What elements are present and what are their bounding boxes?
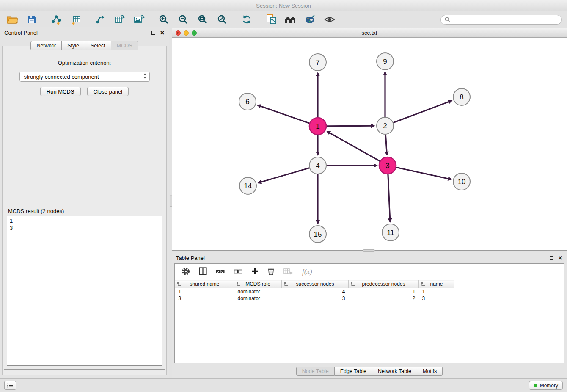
table-cell[interactable]: 3: [175, 295, 234, 302]
task-history-button[interactable]: [4, 381, 16, 390]
graph-edge-3-10[interactable]: [396, 167, 451, 179]
mcds-result-label: MCDS result (2 nodes): [7, 208, 65, 214]
search-field[interactable]: [440, 15, 562, 25]
graph-node-10[interactable]: 10: [453, 173, 470, 190]
graph-node-9[interactable]: 9: [377, 53, 394, 70]
optimization-criterion-dropdown[interactable]: strongly connected component: [19, 72, 150, 82]
graph-node-7[interactable]: 7: [309, 54, 326, 71]
add-row-button[interactable]: [251, 268, 259, 276]
maximize-window-icon[interactable]: +: [192, 30, 197, 36]
destroy-table-button[interactable]: [284, 268, 293, 276]
export-table-button[interactable]: [113, 13, 127, 26]
table-row[interactable]: 3dominator323: [175, 295, 454, 302]
search-input[interactable]: [452, 17, 558, 22]
import-network-button[interactable]: [49, 13, 63, 26]
tab-style[interactable]: Style: [62, 41, 85, 50]
close-panel-icon[interactable]: ✕: [160, 30, 165, 36]
close-panel-button[interactable]: Close panel: [87, 87, 129, 96]
graph-edge-3-1[interactable]: [327, 131, 380, 161]
open-file-button[interactable]: [5, 13, 19, 26]
graph-node-3[interactable]: 3: [379, 157, 396, 174]
network-window-titlebar[interactable]: ✕ − + scc.txt: [172, 28, 567, 38]
zoom-in-button[interactable]: [157, 13, 171, 26]
deselect-all-icon: [234, 268, 242, 274]
refresh-view-button[interactable]: [239, 13, 254, 26]
table-tab-motifs[interactable]: Motifs: [417, 367, 443, 376]
table-settings-button[interactable]: [182, 267, 190, 277]
memory-button[interactable]: Memory: [529, 381, 563, 390]
tab-network[interactable]: Network: [30, 41, 62, 50]
export-image-button[interactable]: [132, 13, 146, 26]
table-tab-network-table[interactable]: Network Table: [372, 367, 417, 376]
delete-rows-button[interactable]: [267, 267, 275, 276]
svg-text:15: 15: [314, 230, 322, 238]
graph-edge-4-14[interactable]: [258, 168, 310, 183]
node-table-pane: f(x) shared nameMCDS rolesuccessor nodes…: [174, 263, 564, 363]
table-cell[interactable]: 1: [349, 288, 419, 295]
table-tab-node-table[interactable]: Node Table: [296, 367, 335, 376]
table-cell[interactable]: dominator: [234, 288, 282, 295]
zoom-out-button[interactable]: [176, 13, 190, 26]
mcds-result-list[interactable]: 13: [7, 216, 162, 366]
graph-node-6[interactable]: 6: [239, 93, 256, 110]
close-window-icon[interactable]: ✕: [176, 30, 181, 36]
graph-edge-2-3[interactable]: [385, 134, 387, 155]
eye-icon: [324, 15, 335, 24]
result-line: 1: [10, 217, 159, 224]
table-cell[interactable]: 1: [175, 288, 234, 295]
run-mcds-button[interactable]: Run MCDS: [40, 87, 81, 96]
graph-node-4[interactable]: 4: [309, 157, 326, 174]
graph-node-14[interactable]: 14: [239, 177, 256, 194]
float-table-panel-icon[interactable]: [550, 256, 553, 260]
table-tab-edge-table[interactable]: Edge Table: [335, 367, 372, 376]
select-all-icon: [216, 268, 225, 274]
create-network-view-button[interactable]: [264, 13, 278, 26]
column-header-name[interactable]: name: [419, 280, 454, 288]
show-hide-graphics-button[interactable]: [322, 13, 337, 26]
network-graph-canvas[interactable]: 7968124314101511: [172, 38, 567, 250]
graph-edge-2-8[interactable]: [393, 101, 452, 123]
export-network-button[interactable]: [93, 13, 107, 26]
graph-node-1[interactable]: 1: [309, 118, 326, 135]
graph-node-2[interactable]: 2: [377, 117, 394, 134]
graph-edge-3-11[interactable]: [388, 174, 390, 222]
show-columns-button[interactable]: [199, 267, 207, 276]
graph-node-11[interactable]: 11: [382, 224, 399, 241]
table-cell[interactable]: 3: [282, 295, 349, 302]
select-all-rows-button[interactable]: [216, 268, 225, 276]
deselect-all-rows-button[interactable]: [234, 268, 242, 276]
tab-mcds[interactable]: MCDS: [111, 41, 138, 50]
tab-select[interactable]: Select: [85, 41, 111, 50]
import-network-icon: [51, 14, 61, 25]
table-cell[interactable]: 3: [419, 295, 454, 302]
graph-node-8[interactable]: 8: [453, 88, 470, 105]
table-cell[interactable]: 4: [282, 288, 349, 295]
window-titlebar: Session: New Session: [0, 0, 567, 11]
column-header-shared-name[interactable]: shared name: [175, 280, 234, 288]
minimize-window-icon[interactable]: −: [184, 30, 189, 36]
mcds-panel: Optimization criterion: strongly connect…: [2, 46, 167, 375]
zoom-selected-button[interactable]: [215, 13, 229, 26]
table-row[interactable]: 1dominator411: [175, 288, 454, 295]
graph-node-15[interactable]: 15: [309, 226, 326, 243]
splitter-handle-horizontal[interactable]: [363, 249, 375, 252]
function-builder-button[interactable]: f(x): [302, 268, 312, 276]
table-cell[interactable]: dominator: [234, 295, 282, 302]
graph-edge-1-6[interactable]: [258, 105, 310, 123]
save-session-button[interactable]: [25, 13, 39, 26]
control-panel: Control Panel ✕ NetworkStyleSelectMCDS O…: [0, 27, 169, 378]
table-cell[interactable]: 1: [419, 288, 454, 295]
splitter-handle-vertical[interactable]: [170, 195, 172, 207]
first-neighbors-button[interactable]: [284, 13, 298, 26]
table-cell[interactable]: 2: [349, 295, 419, 302]
zoom-fit-button[interactable]: [195, 13, 210, 26]
float-panel-icon[interactable]: [151, 31, 155, 35]
apply-style-button[interactable]: [303, 13, 317, 26]
column-header-predecessor-nodes[interactable]: predecessor nodes: [349, 280, 419, 288]
graph-edge-1-2[interactable]: [326, 126, 374, 126]
import-table-button[interactable]: [69, 13, 83, 26]
zoom-in-icon: [159, 14, 169, 25]
column-header-mcds-role[interactable]: MCDS role: [234, 280, 282, 288]
column-header-successor-nodes[interactable]: successor nodes: [282, 280, 349, 288]
close-table-panel-icon[interactable]: ✕: [558, 255, 563, 261]
